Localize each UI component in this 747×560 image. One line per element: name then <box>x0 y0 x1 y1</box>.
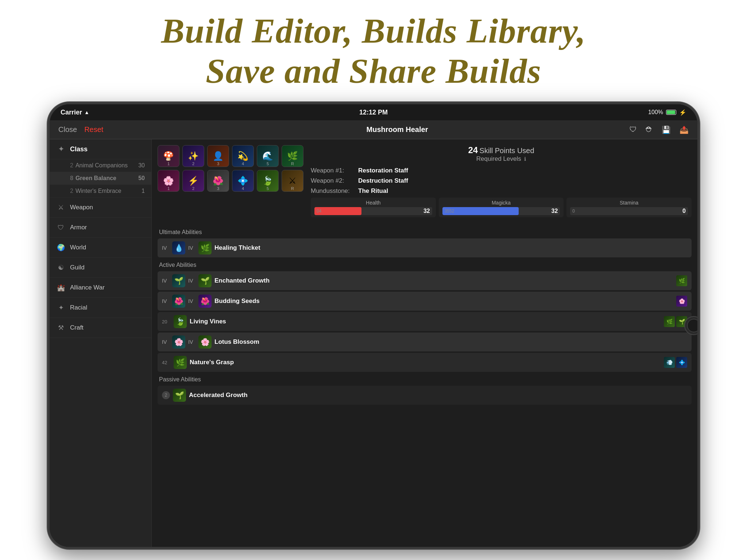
stamina-bar: 0 0 <box>570 207 688 215</box>
lotus-blossom-name: Lotus Blossom <box>214 338 687 346</box>
healing-thicket-name: Healing Thicket <box>214 244 687 252</box>
world-label: World <box>70 244 145 251</box>
health-label: Health <box>314 200 432 206</box>
skill-row-2: 🌸 1 ⚡ 2 🌺 3 💠 4 <box>158 170 303 192</box>
health-stat: Health 04 32 <box>311 198 436 217</box>
wifi-icon: ▲ <box>84 109 89 115</box>
sidebar-subitem-green-balance[interactable]: 8Green Balance 50 <box>50 172 151 185</box>
device-side-button <box>47 195 49 214</box>
ability-row-natures-grasp[interactable]: 42 🌿 Nature's Grasp 💨 💠 <box>158 353 692 372</box>
sidebar-subitem-winters-embrace[interactable]: 2Winter's Embrace 1 <box>50 185 151 198</box>
skill-slot-2-4[interactable]: 💠 4 <box>232 170 254 192</box>
healing-thicket-prereq-icon: 💧 <box>172 241 185 254</box>
sidebar-item-alliance-war[interactable]: 🏰 Alliance War <box>50 278 151 298</box>
helm-nav-icon[interactable]: ⛑ <box>646 125 653 134</box>
skill-points-info: 24 Skill Points Used Required Levels ℹ <box>311 145 692 163</box>
ability-row-living-vines[interactable]: 20 🍃 Living Vines 🌿 🌱 <box>158 312 692 331</box>
nav-icons: 🛡 ⛑ 💾 📤 <box>630 125 689 134</box>
budding-seeds-icon: 🌺 <box>198 295 212 308</box>
ability-row-lotus-blossom[interactable]: IV 🌸 IV 🌸 Lotus Blossom <box>158 332 692 351</box>
required-levels-label: Required Levels <box>476 155 521 162</box>
alliance-war-label: Alliance War <box>70 284 145 291</box>
natures-grasp-level: 42 <box>162 360 171 365</box>
sidebar-item-class[interactable]: ✦ Class <box>50 139 151 159</box>
sidebar-item-armor[interactable]: 🛡 Armor <box>50 218 151 238</box>
ultimate-section-title: Ultimate Abilities <box>158 229 692 236</box>
weapon1-value: Restoration Staff <box>358 167 408 174</box>
skill-points-num: 24 <box>468 145 478 155</box>
battery-pct: 100% <box>648 109 663 116</box>
page-title-area: Build Editor, Builds Library, Save and S… <box>0 0 747 99</box>
living-vines-level: 20 <box>162 319 171 324</box>
sidebar-item-craft[interactable]: ⚒ Craft <box>50 318 151 338</box>
nav-bar: Close Reset Mushroom Healer 🛡 ⛑ 💾 📤 <box>50 120 697 139</box>
weapon1-row: Weapon #1: Restoration Staff <box>311 167 692 174</box>
healing-thicket-rank: IV <box>162 245 169 251</box>
device-frame: Carrier ▲ 12:12 PM 100% ⚡ Close Reset Mu… <box>47 102 700 549</box>
build-stats: 24 Skill Points Used Required Levels ℹ W… <box>311 145 692 223</box>
natures-grasp-alt2-icon[interactable]: 💠 <box>676 357 687 368</box>
skill-slot-1-r[interactable]: 🌿 R <box>282 145 303 167</box>
sidebar-item-world[interactable]: 🌍 World <box>50 238 151 258</box>
sidebar-subitem-animal[interactable]: 2Animal Companions 30 <box>50 159 151 172</box>
skill-slot-1-3[interactable]: 👤 3 <box>207 145 229 167</box>
healing-thicket-icon: 🌿 <box>198 241 212 254</box>
nav-title: Mushroom Healer <box>367 125 428 134</box>
skill-points-display: 24 Skill Points Used <box>311 145 692 155</box>
sidebar-item-guild[interactable]: ☯ Guild <box>50 258 151 278</box>
budding-seeds-alt-icon[interactable]: 🌸 <box>676 296 687 307</box>
share-nav-icon[interactable]: 📤 <box>680 125 689 134</box>
green-balance-label: 8Green Balance <box>70 175 116 182</box>
natures-grasp-alt1-icon[interactable]: 💨 <box>664 357 675 368</box>
ability-row-budding-seeds[interactable]: IV 🌺 IV 🌺 Budding Seeds 🌸 <box>158 292 692 311</box>
health-sub: 04 <box>317 209 321 214</box>
winters-embrace-points: 1 <box>142 188 145 194</box>
winters-embrace-label: 2Winter's Embrace <box>70 188 121 194</box>
right-content: 🍄 1 ✨ 2 👤 3 💫 4 <box>152 139 697 547</box>
accelerated-growth-name: Accelerated Growth <box>189 392 687 399</box>
ability-row-accelerated-growth[interactable]: 2 🌱 Accelerated Growth <box>158 386 692 405</box>
budding-seeds-prereq-icon: 🌺 <box>172 295 185 308</box>
skill-slot-1-2[interactable]: ✨ 2 <box>182 145 204 167</box>
page-title: Build Editor, Builds Library, Save and S… <box>36 11 711 92</box>
sidebar-item-weapon[interactable]: ⚔ Weapon <box>50 198 151 218</box>
sidebar-item-racial[interactable]: ✦ Racial <box>50 298 151 318</box>
skill-slot-1-4[interactable]: 💫 4 <box>232 145 254 167</box>
ability-row-healing-thicket[interactable]: IV 💧 IV 🌿 Healing Thicket <box>158 238 692 257</box>
info-icon[interactable]: ℹ <box>524 156 526 162</box>
natures-grasp-alts: 💨 💠 <box>664 357 687 368</box>
close-button[interactable]: Close <box>58 125 77 134</box>
status-bar: Carrier ▲ 12:12 PM 100% ⚡ <box>50 104 697 120</box>
skill-slot-2-5[interactable]: 🍃 5 <box>257 170 279 192</box>
stamina-sub: 0 <box>572 209 575 214</box>
stamina-stat: Stamina 0 0 <box>566 198 692 217</box>
class-label: Class <box>70 145 145 153</box>
alliance-war-icon: 🏰 <box>56 283 66 292</box>
skill-slot-2-3[interactable]: 🌺 3 <box>207 170 229 192</box>
required-levels-display: Required Levels ℹ <box>311 155 692 163</box>
stamina-label: Stamina <box>570 200 688 206</box>
skill-slot-1-1[interactable]: 🍄 1 <box>158 145 179 167</box>
skill-slot-2-r[interactable]: ⚔ R <box>282 170 303 192</box>
device-home-inner <box>687 319 700 332</box>
natures-grasp-name: Nature's Grasp <box>190 359 661 366</box>
living-vines-alt1-icon[interactable]: 🌿 <box>664 316 675 327</box>
budding-seeds-alts: 🌸 <box>676 296 687 307</box>
enchanted-growth-icon: 🌱 <box>198 274 212 287</box>
shield-nav-icon[interactable]: 🛡 <box>630 125 637 134</box>
accelerated-growth-level: 2 <box>162 391 170 399</box>
budding-seeds-rank: IV <box>162 298 169 304</box>
living-vines-alts: 🌿 🌱 <box>664 316 687 327</box>
ability-row-enchanted-growth[interactable]: IV 🌱 IV 🌱 Enchanted Growth 🌿 <box>158 271 692 290</box>
enchanted-growth-prereq-icon: 🌱 <box>172 274 185 287</box>
save-nav-icon[interactable]: 💾 <box>662 125 671 134</box>
sidebar: ✦ Class 2Animal Companions 30 8Green Bal… <box>50 139 152 547</box>
skill-slot-2-2[interactable]: ⚡ 2 <box>182 170 204 192</box>
lotus-blossom-rank: IV <box>162 339 169 345</box>
skill-slot-1-5[interactable]: 🌊 5 <box>257 145 279 167</box>
enchanted-growth-alt-icon[interactable]: 🌿 <box>676 275 687 286</box>
natures-grasp-icon: 🌿 <box>174 356 187 369</box>
reset-button[interactable]: Reset <box>84 125 103 134</box>
skill-slot-2-1[interactable]: 🌸 1 <box>158 170 179 192</box>
lotus-blossom-prereq-icon: 🌸 <box>172 335 185 349</box>
